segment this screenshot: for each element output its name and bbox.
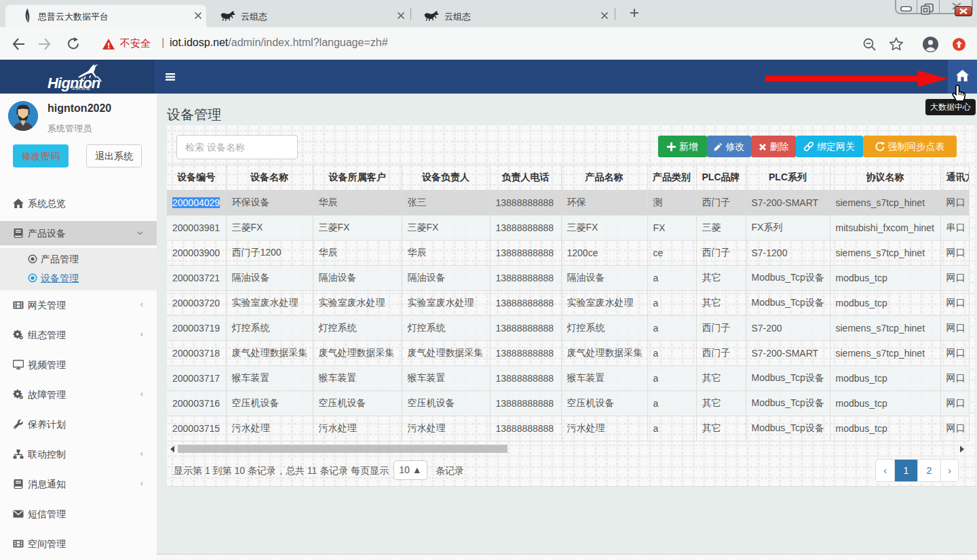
svg-text:华辰智通: 华辰智通	[71, 85, 90, 91]
